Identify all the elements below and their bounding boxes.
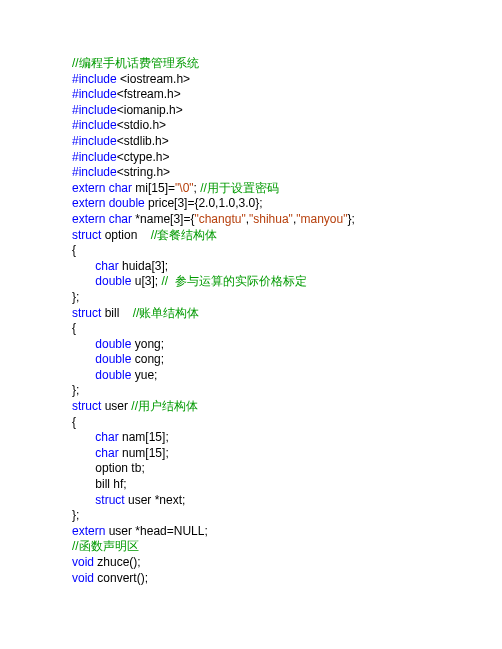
code-token-kw: struct	[72, 228, 101, 242]
code-token-plain: bill	[101, 306, 132, 320]
code-token-plain	[72, 446, 95, 460]
code-token-hdr: <stdlib.h>	[117, 134, 169, 148]
code-token-plain: yue;	[131, 368, 157, 382]
code-token-plain: price[3]={2.0,1.0,3.0};	[145, 196, 263, 210]
code-token-plain: user *head=NULL;	[105, 524, 207, 538]
code-token-kw: char	[95, 430, 118, 444]
code-block: //编程手机话费管理系统#include <iostream.h>#includ…	[72, 56, 502, 586]
code-token-plain: huida[3];	[119, 259, 168, 273]
code-token-plain: };	[72, 383, 79, 397]
code-token-plain: nam[15];	[119, 430, 169, 444]
code-line: {	[72, 321, 502, 337]
code-token-plain: user	[101, 399, 131, 413]
code-token-kw: void	[72, 571, 94, 585]
code-token-hdr: <iomanip.h>	[117, 103, 183, 117]
code-token-plain: cong;	[131, 352, 164, 366]
code-line: option tb;	[72, 461, 502, 477]
code-token-kw: extern char	[72, 181, 132, 195]
code-token-plain: mi[15]=	[132, 181, 175, 195]
code-token-plain: };	[72, 508, 79, 522]
code-line: #include <iostream.h>	[72, 72, 502, 88]
code-line: void zhuce();	[72, 555, 502, 571]
code-line: char num[15];	[72, 446, 502, 462]
code-token-cmt: //用于设置密码	[200, 181, 279, 195]
code-page: //编程手机话费管理系统#include <iostream.h>#includ…	[0, 0, 502, 649]
code-line: struct user //用户结构体	[72, 399, 502, 415]
code-token-plain: {	[72, 243, 76, 257]
code-token-plain: {	[72, 415, 76, 429]
code-token-kw: extern	[72, 524, 105, 538]
code-token-kw: struct	[72, 399, 101, 413]
code-token-str: "shihua"	[249, 212, 293, 226]
code-token-plain: };	[72, 290, 79, 304]
code-token-cmt: //账单结构体	[133, 306, 200, 320]
code-line: #include<stdio.h>	[72, 118, 502, 134]
code-line: #include<string.h>	[72, 165, 502, 181]
code-token-cmt: // 参与运算的实际价格标定	[161, 274, 306, 288]
code-token-plain: {	[72, 321, 76, 335]
code-token-str: "manyou"	[296, 212, 347, 226]
code-line: #include<iomanip.h>	[72, 103, 502, 119]
code-token-str: "\0"	[175, 181, 194, 195]
code-token-kw: extern double	[72, 196, 145, 210]
code-token-plain	[72, 274, 95, 288]
code-line: extern char mi[15]="\0"; //用于设置密码	[72, 181, 502, 197]
code-token-kw: double	[95, 352, 131, 366]
code-line: #include<stdlib.h>	[72, 134, 502, 150]
code-token-kw: #include	[72, 134, 117, 148]
code-token-kw: #include	[72, 165, 117, 179]
code-token-plain: num[15];	[119, 446, 169, 460]
code-line: #include<ctype.h>	[72, 150, 502, 166]
code-token-plain	[72, 259, 95, 273]
code-line: //函数声明区	[72, 539, 502, 555]
code-token-plain: };	[347, 212, 354, 226]
code-token-kw: struct	[95, 493, 124, 507]
code-token-plain: *name[3]={	[132, 212, 194, 226]
code-line: //编程手机话费管理系统	[72, 56, 502, 72]
code-line: void convert();	[72, 571, 502, 587]
code-token-plain	[72, 352, 95, 366]
code-token-cmt: //函数声明区	[72, 539, 139, 553]
code-line: struct user *next;	[72, 493, 502, 509]
code-line: char nam[15];	[72, 430, 502, 446]
code-token-plain: bill hf;	[72, 477, 127, 491]
code-line: };	[72, 508, 502, 524]
code-token-plain: u[3];	[131, 274, 161, 288]
code-token-plain: convert();	[94, 571, 148, 585]
code-token-plain: user *next;	[125, 493, 186, 507]
code-token-plain	[72, 430, 95, 444]
code-token-kw: #include	[72, 87, 117, 101]
code-token-plain	[72, 493, 95, 507]
code-line: struct bill //账单结构体	[72, 306, 502, 322]
code-token-kw: #include	[72, 72, 120, 86]
code-line: #include<fstream.h>	[72, 87, 502, 103]
code-token-kw: #include	[72, 103, 117, 117]
code-token-plain: zhuce();	[94, 555, 141, 569]
code-line: struct option //套餐结构体	[72, 228, 502, 244]
code-line: double yue;	[72, 368, 502, 384]
code-token-plain: yong;	[131, 337, 164, 351]
code-line: double u[3]; // 参与运算的实际价格标定	[72, 274, 502, 290]
code-line: extern char *name[3]={"changtu","shihua"…	[72, 212, 502, 228]
code-token-kw: char	[95, 259, 118, 273]
code-token-hdr: <string.h>	[117, 165, 170, 179]
code-line: {	[72, 415, 502, 431]
code-token-cmt: //套餐结构体	[151, 228, 218, 242]
code-token-kw: #include	[72, 118, 117, 132]
code-token-kw: double	[95, 274, 131, 288]
code-token-hdr: <ctype.h>	[117, 150, 170, 164]
code-token-hdr: <iostream.h>	[120, 72, 190, 86]
code-token-kw: void	[72, 555, 94, 569]
code-line: double cong;	[72, 352, 502, 368]
code-line: };	[72, 383, 502, 399]
code-token-plain: option	[101, 228, 150, 242]
code-token-kw: extern char	[72, 212, 132, 226]
code-token-str: "changtu"	[194, 212, 245, 226]
code-token-plain	[72, 337, 95, 351]
code-token-kw: char	[95, 446, 118, 460]
code-line: char huida[3];	[72, 259, 502, 275]
code-token-plain: option tb;	[72, 461, 145, 475]
code-token-kw: double	[95, 337, 131, 351]
code-line: {	[72, 243, 502, 259]
code-line: extern double price[3]={2.0,1.0,3.0};	[72, 196, 502, 212]
